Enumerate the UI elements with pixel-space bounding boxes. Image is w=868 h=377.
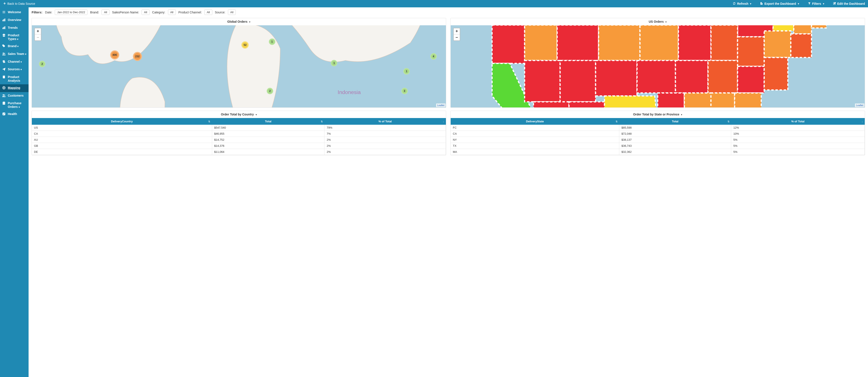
svg-rect-65 [735,93,761,107]
filter-label: Date: [45,10,52,14]
map-cluster-marker[interactable]: 1 [269,38,275,45]
global-orders-header[interactable]: Global Orders [32,18,446,25]
zoom-out-button[interactable]: − [454,34,460,40]
svg-point-7 [3,53,4,54]
table-header[interactable]: DeliveryCountry⇅ [32,118,212,125]
filter-chip[interactable]: All [101,9,109,15]
filter-chip[interactable]: All [204,9,212,15]
svg-rect-57 [708,61,738,93]
map-cluster-marker[interactable]: 2 [267,88,273,94]
sidebar-item-sources[interactable]: Sources [0,66,29,73]
sidebar-item-product-analysis[interactable]: Product Analysis [0,73,29,84]
edit-label: Edit the Dashboard [837,2,865,5]
sort-icon: ⇅ [727,120,730,123]
filter-label: Source: [215,10,225,14]
svg-rect-37 [773,25,794,31]
sidebar-item-label: Health [8,112,17,116]
global-orders-map[interactable]: + − [32,25,446,107]
filter-label: Product Channel: [178,10,202,14]
table-cell: CA [451,131,619,137]
zoom-in-button[interactable]: + [454,28,460,34]
sidebar-item-channel[interactable]: Channel [0,58,29,66]
sidebar-item-product-types[interactable]: Product Types [0,32,29,43]
sidebar-item-sales-team[interactable]: Sales Team [0,50,29,58]
svg-text:Indonesia: Indonesia [338,89,361,95]
refresh-button[interactable]: Refresh [733,2,751,6]
leaflet-attribution[interactable]: Leaflet [436,104,445,107]
map-cluster-marker[interactable]: 52 [241,41,249,48]
filter-chip[interactable]: All [168,9,176,15]
map-cluster-marker[interactable]: 2 [39,61,45,67]
zoom-out-button[interactable]: − [35,34,41,40]
topbar-actions: Refresh Export the Dashboard Filters Edi… [733,2,865,6]
filters-button[interactable]: Filters [808,2,824,6]
sidebar-item-overview[interactable]: Overview [0,16,29,24]
back-to-data-source-link[interactable]: Back to Data Source [3,2,35,6]
svg-rect-17 [4,104,4,104]
refresh-label: Refresh [737,2,748,5]
refresh-icon [733,2,736,6]
sidebar-item-label: Welcome [8,10,21,14]
export-dashboard-button[interactable]: Export the Dashboard [760,2,799,6]
map-cluster-marker[interactable]: 4 [430,53,437,60]
map-cluster-marker[interactable]: 232 [133,52,142,61]
svg-rect-63 [684,93,711,107]
table-cell: $14,752 [212,137,324,143]
svg-rect-46 [640,25,679,61]
map-cluster-marker[interactable]: 406 [110,50,119,60]
barchart-icon [2,18,6,23]
table-header[interactable]: Total⇅ [212,118,324,125]
table-cell: $547,540 [212,125,324,131]
table-row: TX$36,7435% [451,143,865,149]
map-cluster-marker[interactable]: 1 [403,68,410,75]
sidebar-item-welcome[interactable]: Welcome [0,9,29,16]
svg-rect-9 [3,76,5,78]
order-total-country-panel: Order Total by Country DeliveryCountry⇅T… [32,111,446,155]
sidebar-item-label: Product Types [8,34,26,41]
map-cluster-marker[interactable]: 1 [331,60,337,66]
table-cell: CA [32,131,212,137]
table-cell: TX [451,143,619,149]
svg-rect-1 [4,19,4,21]
layers-icon [2,34,6,38]
table-cell: 12% [731,125,865,131]
order-total-state-header[interactable]: Order Total by State or Province [451,111,865,118]
sidebar-item-trends[interactable]: Trends [0,24,29,32]
edit-dashboard-button[interactable]: Edit the Dashboard [833,2,865,6]
zoom-in-button[interactable]: + [35,28,41,34]
us-orders-title: US Orders [649,20,664,23]
svg-rect-48 [711,25,738,61]
table-header[interactable]: % of Total↓ [731,118,865,125]
sidebar-item-brand[interactable]: Brand [0,43,29,50]
filter-chip[interactable]: All [142,9,149,15]
sidebar-item-customers[interactable]: Customers [0,92,29,100]
filter-chip[interactable]: All [228,9,236,15]
table-cell: US [32,125,212,131]
chevron-down-icon [20,60,22,63]
table-header[interactable]: % of Total↓ [324,118,446,125]
table-row: AU$14,7522% [32,137,446,143]
svg-rect-50 [764,31,791,58]
us-orders-map[interactable]: + − [451,25,865,107]
sidebar-item-health[interactable]: Health [0,110,29,118]
sidebar-item-purchase-orders[interactable]: Purchase Orders [0,100,29,110]
sidebar-item-mapping[interactable]: Mapping [0,84,29,92]
table-cell: $38,137 [619,137,731,143]
svg-point-13 [4,95,5,96]
order-total-country-header[interactable]: Order Total by Country [32,111,446,118]
order-total-state-table: DeliveryState⇅Total⇅% of Total↓ FC$85,59… [451,118,865,155]
table-header[interactable]: Total⇅ [619,118,731,125]
edit-icon [833,2,836,6]
chevron-down-icon [664,20,667,23]
us-orders-header[interactable]: US Orders [451,18,865,25]
table-header[interactable]: DeliveryState⇅ [451,118,619,125]
svg-rect-49 [738,37,764,66]
main-content: Filters: Date:Jan-2022 to Dec-2022Brand:… [29,7,868,377]
filter-label: Brand: [90,10,99,14]
leaflet-attribution[interactable]: Leaflet [855,104,864,107]
map-cluster-marker[interactable]: 3 [401,88,408,94]
order-total-state-panel: Order Total by State or Province Deliver… [451,111,865,155]
filter-chip[interactable]: Jan-2022 to Dec-2022 [55,9,88,15]
global-orders-title: Global Orders [227,20,247,23]
svg-rect-42 [492,25,525,63]
